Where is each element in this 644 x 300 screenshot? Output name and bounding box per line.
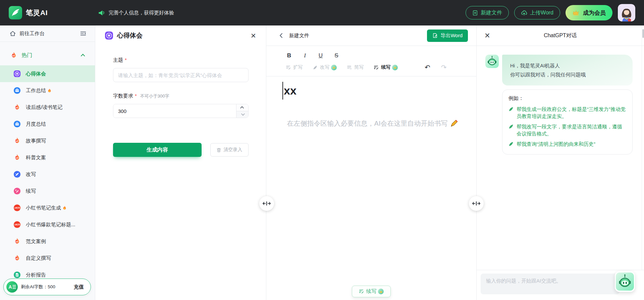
editor-placeholder: 在左侧指令区输入必要信息，AI会在这里自动开始书写 bbox=[282, 119, 463, 128]
export-word-button[interactable]: 导出Word bbox=[427, 29, 468, 42]
sidebar-item-label: 范文案例 bbox=[26, 238, 46, 245]
page: 笔灵AI 完善个人信息，获得更好体验 新建文件 上传Word bbox=[0, 0, 644, 300]
suggestion-text: 帮我生成一段政府公文，标题是“三维发力”推动党员教育培训走深走实。 bbox=[517, 106, 626, 120]
sidebar-item[interactable]: 工作总结 bbox=[0, 82, 95, 99]
star-badge-icon bbox=[105, 31, 113, 40]
ai-tool-button[interactable]: 改写 bbox=[313, 64, 337, 70]
clear-button[interactable]: 清空录入 bbox=[210, 143, 249, 157]
continue-icon bbox=[374, 65, 379, 70]
sidebar-item[interactable]: HT故事撰写 bbox=[0, 132, 95, 149]
back-icon[interactable] bbox=[278, 33, 284, 39]
editor-content-area[interactable]: xx 在左侧指令区输入必要信息，AI会在这里自动开始书写 续写 bbox=[266, 76, 476, 300]
topic-field-label: 主题 * bbox=[113, 57, 249, 63]
ai-tool-button[interactable]: 简写 bbox=[347, 64, 364, 70]
chat-title: ChatGPT对话 bbox=[477, 32, 644, 39]
sidebar-item-label: 改写 bbox=[26, 171, 36, 178]
robot-assistant-button[interactable] bbox=[615, 271, 635, 292]
svg-text:A: A bbox=[8, 284, 12, 290]
topbar: 笔灵AI 完善个人信息，获得更好体验 新建文件 上传Word bbox=[0, 0, 644, 25]
credits-text: 剩余AI字数：500 bbox=[21, 284, 55, 290]
greeting-line: Hi，我是笔灵AI机器人 bbox=[510, 61, 625, 70]
generate-button[interactable]: 生成内容 bbox=[113, 143, 202, 157]
user-avatar[interactable] bbox=[618, 4, 635, 21]
cloud-upload-icon bbox=[521, 10, 527, 16]
examples-card: 例如： 帮我生成一段政府公文，标题是“三维发力”推动党员教育培训走深走实。帮我改… bbox=[502, 89, 633, 155]
underline-button[interactable]: U bbox=[317, 52, 324, 59]
xhs-icon: 小红书 bbox=[13, 204, 21, 212]
close-form-icon[interactable]: × bbox=[251, 31, 256, 40]
hot-section-label: 热门 bbox=[21, 52, 32, 59]
scrollbar-track bbox=[642, 26, 642, 270]
svg-text:小红书: 小红书 bbox=[14, 224, 20, 226]
upload-word-button[interactable]: 上传Word bbox=[514, 6, 560, 19]
editor-panel: 新建文件 导出Word B I U S 扩写改写简写续写 bbox=[266, 25, 477, 300]
sidebar-item[interactable]: 小红书小红书爆款笔记标题... bbox=[0, 216, 95, 233]
resize-handle-right[interactable] bbox=[469, 196, 484, 211]
sidebar-item[interactable]: HT科普文案 bbox=[0, 149, 95, 166]
become-member-label: 成为会员 bbox=[583, 9, 606, 17]
briefcase-icon bbox=[13, 120, 21, 128]
ai-tool-label: 简写 bbox=[354, 64, 364, 70]
sidebar-item[interactable]: 续写 bbox=[0, 183, 95, 199]
sidebar-item[interactable]: HT范文案例 bbox=[0, 233, 95, 250]
sidebar-item[interactable]: 小红书小红书笔记生成 bbox=[0, 199, 95, 216]
form-body: 主题 * 字数要求 * 不可小于300字 生成内容 bbox=[95, 46, 266, 157]
sidebar-item[interactable]: 心得体会 bbox=[0, 65, 95, 82]
sidebar-item-label: 小红书笔记生成 bbox=[26, 205, 61, 211]
sidebar-item[interactable]: 改写 bbox=[0, 166, 95, 183]
redo-icon[interactable]: ↷ bbox=[441, 63, 447, 71]
credits-badge[interactable]: A 剩余AI字数：500 充值 bbox=[3, 279, 91, 295]
bold-button[interactable]: B bbox=[286, 52, 292, 59]
notification-banner[interactable]: 完善个人信息，获得更好体验 bbox=[98, 9, 174, 16]
export-word-label: 导出Word bbox=[440, 33, 463, 39]
svg-text:HT: HT bbox=[16, 241, 19, 243]
sidebar-item[interactable]: HT读后感/读书笔记 bbox=[0, 99, 95, 116]
topic-input[interactable] bbox=[113, 68, 249, 82]
chat-header: × ChatGPT对话 bbox=[477, 25, 644, 46]
sidebar: 前往工作台 HT 热门 心得体会工作总结HT读后感/读书笔记月度总结HT故事撰写… bbox=[0, 25, 95, 300]
resize-handle-left[interactable] bbox=[259, 196, 274, 211]
app-logo[interactable]: 笔灵AI bbox=[9, 6, 48, 19]
feather-icon bbox=[313, 65, 318, 70]
credits-value: 500 bbox=[48, 284, 55, 289]
megaphone-icon bbox=[98, 9, 105, 16]
italic-button[interactable]: I bbox=[302, 52, 308, 59]
scrollbar-thumb[interactable] bbox=[642, 29, 644, 38]
clear-label: 清空录入 bbox=[223, 147, 242, 153]
stepper-down-button[interactable] bbox=[236, 111, 248, 118]
ai-tool-button[interactable]: 扩写 bbox=[286, 64, 303, 70]
chat-suggestion[interactable]: 帮我改写一段文字，要求是语言简洁通顺，遵循会议报告格式。 bbox=[508, 123, 626, 137]
app-title: 笔灵AI bbox=[26, 8, 48, 17]
fire-icon: HT bbox=[13, 104, 21, 111]
collapse-sidebar-icon[interactable] bbox=[79, 30, 87, 37]
word-count-input[interactable] bbox=[113, 104, 248, 118]
strikethrough-button[interactable]: S bbox=[333, 52, 340, 59]
stepper-up-button[interactable] bbox=[236, 104, 248, 111]
ai-words-icon: A bbox=[6, 281, 18, 293]
recharge-link[interactable]: 充值 bbox=[74, 284, 84, 290]
notification-text: 完善个人信息，获得更好体验 bbox=[109, 10, 174, 16]
chat-suggestion[interactable]: 帮我查询“清明上河图的由来和历史” bbox=[508, 140, 626, 147]
new-file-button[interactable]: 新建文件 bbox=[466, 6, 509, 19]
sidebar-item[interactable]: HT自定义撰写 bbox=[0, 250, 95, 266]
sidebar-item-label: 续写 bbox=[26, 188, 36, 194]
chat-input[interactable] bbox=[481, 274, 620, 294]
close-chat-icon[interactable]: × bbox=[485, 31, 490, 40]
continue-writing-button[interactable]: 续写 bbox=[352, 286, 391, 297]
document-title: 新建文件 bbox=[289, 33, 309, 39]
briefcase-icon bbox=[13, 87, 21, 94]
sidebar-section-hot[interactable]: HT 热门 bbox=[0, 49, 95, 61]
words-field-label: 字数要求 * 不可小于300字 bbox=[113, 93, 249, 99]
undo-icon[interactable]: ↶ bbox=[425, 63, 430, 71]
fire-icon: HT bbox=[13, 137, 21, 144]
credits-label: 剩余AI字数： bbox=[21, 284, 48, 289]
sidebar-item[interactable]: 月度总结 bbox=[0, 116, 95, 132]
go-to-workspace[interactable]: 前往工作台 bbox=[0, 25, 95, 42]
words-hint: 不可小于300字 bbox=[140, 93, 169, 99]
home-icon bbox=[9, 30, 16, 37]
chat-suggestion[interactable]: 帮我生成一段政府公文，标题是“三维发力”推动党员教育培训走深走实。 bbox=[508, 106, 626, 120]
required-asterisk: * bbox=[125, 57, 127, 63]
ai-tool-button[interactable]: 续写 bbox=[374, 64, 398, 70]
words-label: 字数要求 bbox=[113, 93, 133, 99]
become-member-button[interactable]: 成为会员 bbox=[566, 5, 612, 20]
